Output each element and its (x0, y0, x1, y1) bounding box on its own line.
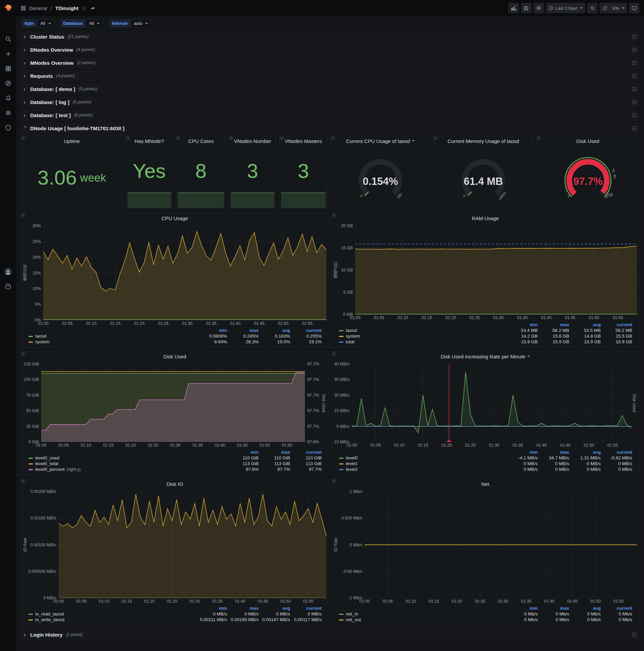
disk-rate-chart[interactable]: 40 MB/s30 MB/s20 MB/s10 MB/s0 MB/s-10 MB… (332, 362, 639, 475)
legend-series[interactable]: net_in (338, 611, 508, 617)
legend-series[interactable]: level0_total (27, 461, 228, 466)
panel-title[interactable]: Disk Used Increasing Rate per Minute (332, 351, 639, 362)
panel-info-icon[interactable]: i (21, 479, 26, 483)
legend-column-header[interactable]: max (228, 606, 260, 611)
variable-interval-value[interactable]: auto (130, 19, 151, 28)
dashboard-row[interactable]: ›Requests(4 panels) (21, 70, 639, 82)
legend-column-header[interactable]: avg (571, 606, 602, 611)
panel-info-icon[interactable]: i (332, 213, 336, 217)
panel-info-icon[interactable]: i (126, 136, 130, 140)
plot-area[interactable] (59, 492, 326, 598)
panel-info-icon[interactable]: i (433, 136, 438, 140)
legend-column-header[interactable]: max (539, 449, 571, 455)
panel-info-icon[interactable]: i (21, 351, 26, 356)
panel-title[interactable]: VNodes Number (229, 136, 276, 146)
row-drag-handle[interactable] (632, 113, 637, 118)
legend-column-header[interactable]: min (508, 322, 539, 328)
legend-column-header[interactable]: current (602, 322, 634, 328)
disk-io-chart[interactable]: IO Rate0.00200 MB/s0.00150 MB/s0.00100 M… (21, 489, 328, 626)
panel-title[interactable]: Has MNode? (126, 136, 173, 146)
variable-fqdn-label[interactable]: fqdn (22, 19, 37, 28)
panel-title[interactable]: CPU Cores (176, 136, 226, 146)
settings-gear-icon[interactable] (0, 105, 16, 120)
legend-series[interactable]: net_out (338, 617, 508, 622)
legend-column-header[interactable]: max (539, 606, 571, 611)
panel-info-icon[interactable]: i (176, 136, 181, 140)
dashboard-row[interactable]: ›Database: [ test ](5 panels) (21, 110, 639, 121)
dashboard-row[interactable]: ›Database: [ log ](5 panels) (21, 96, 639, 108)
plot-area[interactable] (43, 226, 326, 320)
panel-title[interactable]: VNodes Masters (280, 136, 327, 146)
panel-title[interactable]: Disk Used (21, 351, 328, 362)
dashboard-row-login-history[interactable]: › Login History (1 panel) (21, 629, 639, 640)
row-drag-handle[interactable] (632, 126, 637, 130)
legend-column-header[interactable]: avg (260, 328, 291, 333)
legend-column-header[interactable]: avg (260, 606, 291, 611)
legend-column-header[interactable]: min (197, 606, 228, 611)
legend-column-header[interactable]: min (508, 449, 539, 455)
legend-series[interactable]: taosd (338, 328, 508, 333)
legend-series[interactable]: taosd (27, 333, 197, 339)
net-chart[interactable]: IO Rate1 Mb/s0.500 Mb/s0 Mb/s-0.50 Mb/s-… (332, 489, 639, 626)
plot-area[interactable] (355, 226, 637, 314)
legend-column-header[interactable]: current (291, 606, 323, 611)
explore-compass-icon[interactable] (0, 76, 16, 91)
dashboard-row[interactable]: ›MNodes Overview(2 panels) (21, 57, 639, 68)
legend-series[interactable]: io_read_taosd (27, 611, 197, 617)
legend-series[interactable]: io_write_taosd (27, 617, 197, 622)
help-icon[interactable]: ? (0, 279, 16, 294)
row-drag-handle[interactable] (632, 34, 637, 39)
dashboard-settings-button[interactable] (534, 3, 544, 13)
panel-info-icon[interactable]: i (537, 136, 541, 140)
panel-info-icon[interactable]: i (229, 136, 233, 140)
cpu-usage-chart[interactable]: 使用占比30%25%20%15%10%5%0%01:0001:0501:1001… (21, 223, 328, 348)
save-dashboard-button[interactable] (521, 3, 531, 13)
row-drag-handle[interactable] (632, 47, 637, 52)
cycle-view-mode-button[interactable] (629, 3, 639, 13)
legend-series[interactable]: level0_percent(right-y) (27, 466, 228, 472)
panel-title[interactable]: Net (332, 479, 639, 489)
plot-area[interactable] (364, 492, 637, 598)
panel-info-icon[interactable]: i (332, 351, 336, 356)
panel-info-icon[interactable]: i (331, 136, 335, 140)
legend-series[interactable]: level2 (338, 466, 508, 472)
user-avatar[interactable] (0, 265, 16, 279)
dashboard-row-expanded[interactable]: › DNode Usage [ huolinhe-TM1701:6030 ] (21, 122, 639, 134)
legend-column-header[interactable]: min (508, 606, 539, 611)
grafana-logo[interactable] (0, 0, 16, 16)
legend-series[interactable]: system (338, 333, 508, 339)
search-icon[interactable] (0, 32, 16, 46)
panel-info-icon[interactable]: i (21, 136, 26, 140)
admin-shield-icon[interactable] (0, 120, 16, 135)
refresh-interval-picker[interactable]: 30s (610, 3, 627, 13)
legend-column-header[interactable]: max (228, 328, 260, 333)
refresh-button[interactable] (600, 3, 610, 13)
variable-fqdn-value[interactable]: All (37, 19, 54, 28)
panel-title[interactable]: Disk IO (21, 479, 328, 489)
panel-title[interactable]: Disk Used (537, 136, 639, 146)
zoom-out-button[interactable] (587, 3, 598, 13)
legend-series[interactable]: level0_used (27, 455, 228, 461)
dashboard-title[interactable]: TDinsight (55, 5, 78, 11)
panel-title[interactable]: RAM Usage (332, 213, 639, 223)
legend-series[interactable]: level1 (338, 461, 508, 466)
add-panel-button[interactable] (509, 3, 519, 13)
panel-title[interactable]: Current Memory Usage of taosd (433, 136, 533, 146)
legend-column-header[interactable]: max (539, 322, 571, 328)
legend-column-header[interactable]: current (291, 328, 323, 333)
ram-usage-chart[interactable]: 使用占比20 GB15 GB10 GB5 GB0 MB01:0001:0501:… (332, 223, 639, 348)
variable-interval-label[interactable]: Interval (109, 19, 130, 28)
row-drag-handle[interactable] (632, 100, 637, 104)
breadcrumb-section[interactable]: General (29, 5, 47, 11)
panel-title[interactable]: Uptime (21, 136, 122, 146)
legend-column-header[interactable]: current (602, 449, 634, 455)
star-icon[interactable]: ☆ (82, 5, 87, 12)
create-icon[interactable] (0, 46, 16, 61)
row-drag-handle[interactable] (632, 60, 637, 65)
legend-column-header[interactable]: current (602, 606, 634, 611)
dashboards-icon[interactable] (0, 61, 16, 76)
legend-column-header[interactable]: max (260, 449, 291, 455)
legend-series[interactable]: system (27, 339, 197, 345)
row-drag-handle[interactable] (632, 87, 637, 91)
legend-column-header[interactable]: min (197, 328, 228, 333)
